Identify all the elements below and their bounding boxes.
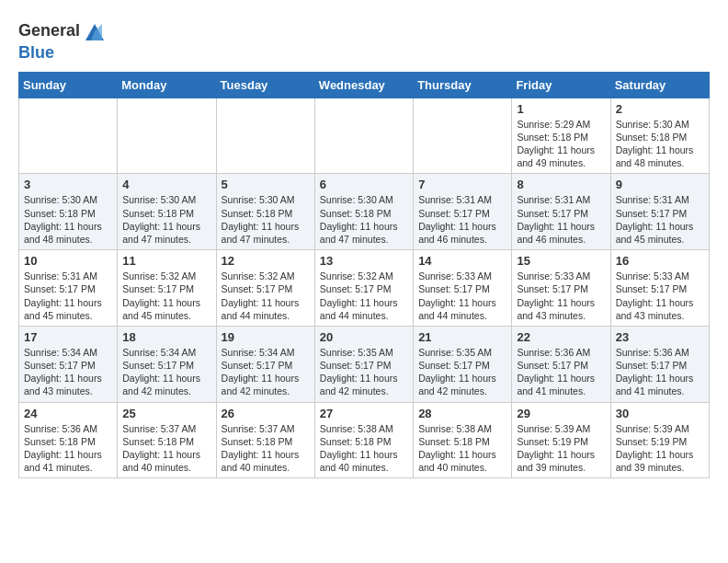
header: General Blue [18, 18, 710, 63]
day-info: Sunrise: 5:31 AM Sunset: 5:17 PM Dayligh… [24, 270, 112, 322]
day-info: Sunrise: 5:36 AM Sunset: 5:17 PM Dayligh… [517, 346, 605, 398]
calendar-cell: 4Sunrise: 5:30 AM Sunset: 5:18 PM Daylig… [118, 174, 216, 250]
calendar-cell: 24Sunrise: 5:36 AM Sunset: 5:18 PM Dayli… [19, 402, 118, 478]
day-number: 2 [616, 102, 704, 116]
calendar-cell: 15Sunrise: 5:33 AM Sunset: 5:17 PM Dayli… [512, 250, 610, 327]
day-number: 12 [222, 254, 310, 268]
logo-text-general: General [18, 22, 80, 40]
day-info: Sunrise: 5:30 AM Sunset: 5:18 PM Dayligh… [222, 193, 310, 246]
day-number: 18 [122, 330, 210, 344]
day-number: 29 [517, 407, 605, 420]
day-number: 4 [122, 178, 210, 191]
day-info: Sunrise: 5:32 AM Sunset: 5:17 PM Dayligh… [222, 270, 310, 322]
week-row-1: 1Sunrise: 5:29 AM Sunset: 5:18 PM Daylig… [19, 98, 710, 174]
calendar-cell: 14Sunrise: 5:33 AM Sunset: 5:17 PM Dayli… [414, 250, 512, 327]
day-number: 19 [222, 330, 310, 344]
calendar-cell: 3Sunrise: 5:30 AM Sunset: 5:18 PM Daylig… [19, 174, 118, 250]
calendar-cell: 20Sunrise: 5:35 AM Sunset: 5:17 PM Dayli… [314, 326, 413, 402]
calendar-cell: 16Sunrise: 5:33 AM Sunset: 5:17 PM Dayli… [610, 250, 709, 327]
day-info: Sunrise: 5:31 AM Sunset: 5:17 PM Dayligh… [418, 193, 506, 246]
week-row-2: 3Sunrise: 5:30 AM Sunset: 5:18 PM Daylig… [19, 174, 710, 250]
day-info: Sunrise: 5:34 AM Sunset: 5:17 PM Dayligh… [122, 346, 210, 398]
day-info: Sunrise: 5:30 AM Sunset: 5:18 PM Dayligh… [320, 193, 408, 246]
day-number: 1 [517, 102, 605, 116]
day-number: 11 [122, 254, 210, 268]
day-info: Sunrise: 5:30 AM Sunset: 5:18 PM Dayligh… [122, 193, 210, 246]
calendar-cell: 25Sunrise: 5:37 AM Sunset: 5:18 PM Dayli… [118, 402, 216, 478]
day-number: 26 [222, 407, 310, 420]
day-info: Sunrise: 5:34 AM Sunset: 5:17 PM Dayligh… [24, 346, 112, 398]
calendar-cell: 2Sunrise: 5:30 AM Sunset: 5:18 PM Daylig… [610, 98, 709, 174]
day-number: 10 [24, 254, 112, 268]
day-info: Sunrise: 5:38 AM Sunset: 5:18 PM Dayligh… [320, 422, 408, 475]
calendar-cell: 13Sunrise: 5:32 AM Sunset: 5:17 PM Dayli… [314, 250, 413, 327]
day-number: 6 [320, 178, 408, 191]
day-info: Sunrise: 5:37 AM Sunset: 5:18 PM Dayligh… [122, 422, 210, 475]
calendar-cell [19, 98, 118, 174]
day-number: 20 [320, 330, 408, 344]
day-header-friday: Friday [512, 72, 610, 98]
logo-icon [82, 18, 108, 44]
day-info: Sunrise: 5:34 AM Sunset: 5:17 PM Dayligh… [222, 346, 310, 398]
day-info: Sunrise: 5:36 AM Sunset: 5:18 PM Dayligh… [24, 422, 112, 475]
day-info: Sunrise: 5:36 AM Sunset: 5:17 PM Dayligh… [616, 346, 704, 398]
calendar-cell: 28Sunrise: 5:38 AM Sunset: 5:18 PM Dayli… [414, 402, 512, 478]
day-header-wednesday: Wednesday [314, 72, 413, 98]
calendar-cell [216, 98, 314, 174]
day-number: 27 [320, 407, 408, 420]
logo-text-blue: Blue [18, 43, 54, 62]
day-info: Sunrise: 5:32 AM Sunset: 5:17 PM Dayligh… [122, 270, 210, 322]
calendar-cell: 9Sunrise: 5:31 AM Sunset: 5:17 PM Daylig… [610, 174, 709, 250]
day-header-saturday: Saturday [610, 72, 709, 98]
day-number: 24 [24, 407, 112, 420]
calendar-cell: 19Sunrise: 5:34 AM Sunset: 5:17 PM Dayli… [216, 326, 314, 402]
calendar-cell: 10Sunrise: 5:31 AM Sunset: 5:17 PM Dayli… [19, 250, 118, 327]
day-number: 13 [320, 254, 408, 268]
day-info: Sunrise: 5:38 AM Sunset: 5:18 PM Dayligh… [418, 422, 506, 475]
day-number: 7 [418, 178, 506, 191]
day-info: Sunrise: 5:33 AM Sunset: 5:17 PM Dayligh… [616, 270, 704, 322]
calendar-cell: 17Sunrise: 5:34 AM Sunset: 5:17 PM Dayli… [19, 326, 118, 402]
calendar-cell: 23Sunrise: 5:36 AM Sunset: 5:17 PM Dayli… [610, 326, 709, 402]
day-info: Sunrise: 5:32 AM Sunset: 5:17 PM Dayligh… [320, 270, 408, 322]
day-info: Sunrise: 5:33 AM Sunset: 5:17 PM Dayligh… [418, 270, 506, 322]
calendar-table: SundayMondayTuesdayWednesdayThursdayFrid… [18, 72, 710, 478]
calendar-cell: 30Sunrise: 5:39 AM Sunset: 5:19 PM Dayli… [610, 402, 709, 478]
week-row-4: 17Sunrise: 5:34 AM Sunset: 5:17 PM Dayli… [19, 326, 710, 402]
day-info: Sunrise: 5:31 AM Sunset: 5:17 PM Dayligh… [517, 193, 605, 246]
day-number: 9 [616, 178, 704, 191]
day-info: Sunrise: 5:39 AM Sunset: 5:19 PM Dayligh… [616, 422, 704, 475]
calendar-cell: 26Sunrise: 5:37 AM Sunset: 5:18 PM Dayli… [216, 402, 314, 478]
day-number: 28 [418, 407, 506, 420]
calendar-cell: 7Sunrise: 5:31 AM Sunset: 5:17 PM Daylig… [414, 174, 512, 250]
calendar-cell: 5Sunrise: 5:30 AM Sunset: 5:18 PM Daylig… [216, 174, 314, 250]
day-header-thursday: Thursday [414, 72, 512, 98]
day-info: Sunrise: 5:39 AM Sunset: 5:19 PM Dayligh… [517, 422, 605, 475]
day-number: 21 [418, 330, 506, 344]
day-number: 15 [517, 254, 605, 268]
day-number: 5 [222, 178, 310, 191]
page: General Blue SundayMondayTuesdayWednesda… [0, 0, 728, 488]
day-info: Sunrise: 5:30 AM Sunset: 5:18 PM Dayligh… [24, 193, 112, 246]
calendar-cell: 8Sunrise: 5:31 AM Sunset: 5:17 PM Daylig… [512, 174, 610, 250]
calendar-cell: 11Sunrise: 5:32 AM Sunset: 5:17 PM Dayli… [118, 250, 216, 327]
day-number: 17 [24, 330, 112, 344]
day-number: 30 [616, 407, 704, 420]
day-number: 25 [122, 407, 210, 420]
day-number: 14 [418, 254, 506, 268]
calendar-cell [414, 98, 512, 174]
day-number: 8 [517, 178, 605, 191]
day-number: 22 [517, 330, 605, 344]
day-header-tuesday: Tuesday [216, 72, 314, 98]
calendar-cell: 18Sunrise: 5:34 AM Sunset: 5:17 PM Dayli… [118, 326, 216, 402]
day-info: Sunrise: 5:35 AM Sunset: 5:17 PM Dayligh… [320, 346, 408, 398]
calendar-cell [314, 98, 413, 174]
week-row-3: 10Sunrise: 5:31 AM Sunset: 5:17 PM Dayli… [19, 250, 710, 327]
day-number: 23 [616, 330, 704, 344]
logo: General Blue [18, 18, 108, 63]
day-number: 16 [616, 254, 704, 268]
day-info: Sunrise: 5:37 AM Sunset: 5:18 PM Dayligh… [222, 422, 310, 475]
day-header-sunday: Sunday [19, 72, 118, 98]
calendar-cell: 22Sunrise: 5:36 AM Sunset: 5:17 PM Dayli… [512, 326, 610, 402]
calendar-cell: 6Sunrise: 5:30 AM Sunset: 5:18 PM Daylig… [314, 174, 413, 250]
